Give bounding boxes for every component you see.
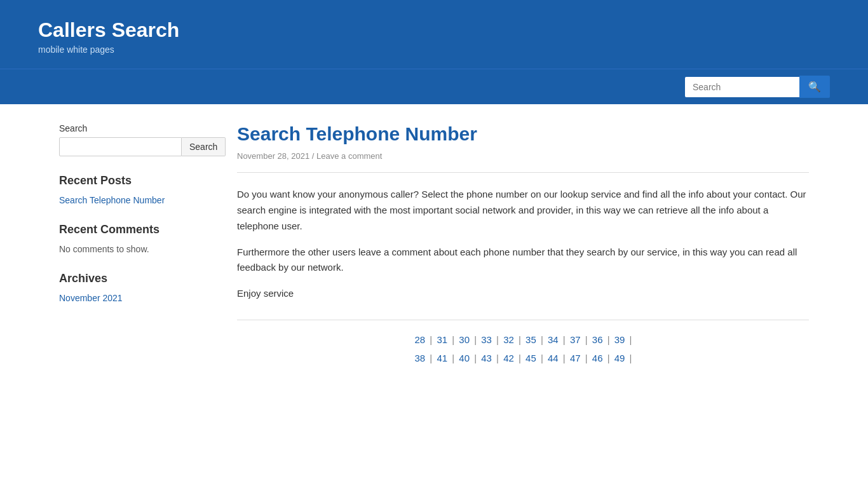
header-search-button[interactable]: 🔍 — [799, 76, 830, 98]
page-link-44[interactable]: 44 — [548, 353, 559, 363]
page-link-38[interactable]: 38 — [414, 353, 425, 363]
article-date: November 28, 2021 — [237, 151, 309, 161]
page-link-47[interactable]: 47 — [570, 353, 581, 363]
page-sep: | — [560, 353, 568, 363]
header-search-form[interactable]: 🔍 — [685, 76, 830, 98]
recent-comments-title: Recent Comments — [59, 223, 212, 236]
page-link-32[interactable]: 32 — [503, 334, 514, 345]
page-sep: | — [538, 334, 546, 345]
page-sep: | — [605, 353, 613, 363]
article-para-2: Furthermore the other users leave a comm… — [237, 245, 809, 276]
article-para-3: Enjoy service — [237, 286, 809, 302]
page-sep: | — [516, 334, 524, 345]
page-link-45[interactable]: 45 — [526, 353, 536, 363]
page-sep: | — [494, 353, 501, 363]
page-link-28[interactable]: 28 — [414, 334, 425, 345]
page-sep: | — [427, 334, 435, 345]
article-meta: November 28, 2021 / Leave a comment — [237, 151, 809, 161]
archives-title: Archives — [59, 272, 212, 285]
archive-link-0[interactable]: November 2021 — [59, 293, 212, 303]
recent-posts-section: Recent Posts Search Telephone Number — [59, 174, 212, 205]
recent-post-link-0[interactable]: Search Telephone Number — [59, 195, 212, 205]
main-wrapper: Search Search Recent Posts Search Teleph… — [34, 104, 834, 396]
article-para-1: Do you want know your anonymous caller? … — [237, 187, 809, 234]
page-link-36[interactable]: 36 — [592, 334, 603, 345]
sidebar-search-input[interactable] — [59, 137, 182, 156]
sidebar: Search Search Recent Posts Search Teleph… — [59, 123, 212, 371]
page-link-37[interactable]: 37 — [570, 334, 581, 345]
page-link-39[interactable]: 39 — [614, 334, 625, 345]
article-date-sep: / — [312, 151, 316, 161]
page-link-40[interactable]: 40 — [459, 353, 470, 363]
recent-posts-title: Recent Posts — [59, 174, 212, 187]
page-sep: | — [471, 353, 479, 363]
archives-section: Archives November 2021 — [59, 272, 212, 303]
site-header: Callers Search mobile white pages — [0, 0, 868, 69]
sidebar-search-button[interactable]: Search — [182, 137, 226, 156]
page-sep: | — [605, 334, 613, 345]
page-row-2: 38 | 41 | 40 | 43 | 42 | 45 | 44 | 47 | … — [237, 353, 809, 363]
page-link-42[interactable]: 42 — [503, 353, 514, 363]
article-divider-top — [237, 172, 809, 173]
sidebar-search-label: Search — [59, 123, 212, 133]
page-sep: | — [538, 353, 546, 363]
sidebar-search-form[interactable]: Search — [59, 137, 212, 156]
main-content: Search Telephone Number November 28, 202… — [237, 123, 809, 371]
page-sep: | — [516, 353, 524, 363]
page-link-33[interactable]: 33 — [481, 334, 492, 345]
page-link-41[interactable]: 41 — [437, 353, 447, 363]
page-link-35[interactable]: 35 — [526, 334, 536, 345]
page-link-30[interactable]: 30 — [459, 334, 470, 345]
page-row-1: 28 | 31 | 30 | 33 | 32 | 35 | 34 | 37 | … — [237, 334, 809, 345]
page-sep: | — [560, 334, 568, 345]
article-title: Search Telephone Number — [237, 123, 809, 145]
page-sep: | — [471, 334, 479, 345]
page-sep: | — [627, 334, 632, 345]
page-sep: | — [583, 334, 590, 345]
page-sep: | — [494, 334, 501, 345]
site-subtitle: mobile white pages — [38, 44, 830, 55]
page-link-43[interactable]: 43 — [481, 353, 492, 363]
page-link-49[interactable]: 49 — [614, 353, 625, 363]
header-search-input[interactable] — [685, 77, 799, 97]
page-link-31[interactable]: 31 — [437, 334, 447, 345]
page-sep: | — [627, 353, 632, 363]
recent-comments-section: Recent Comments No comments to show. — [59, 223, 212, 254]
article-comment-link[interactable]: Leave a comment — [316, 151, 382, 161]
page-sep: | — [449, 334, 457, 345]
no-comments-text: No comments to show. — [59, 244, 212, 254]
page-sep: | — [427, 353, 435, 363]
sidebar-search-section: Search Search — [59, 123, 212, 156]
nav-bar: 🔍 — [0, 69, 868, 104]
pagination: 28 | 31 | 30 | 33 | 32 | 35 | 34 | 37 | … — [237, 334, 809, 363]
article-divider-bottom — [237, 320, 809, 320]
page-sep: | — [583, 353, 590, 363]
page-sep: | — [449, 353, 457, 363]
page-link-46[interactable]: 46 — [592, 353, 603, 363]
page-link-34[interactable]: 34 — [548, 334, 559, 345]
site-title: Callers Search — [38, 18, 830, 42]
